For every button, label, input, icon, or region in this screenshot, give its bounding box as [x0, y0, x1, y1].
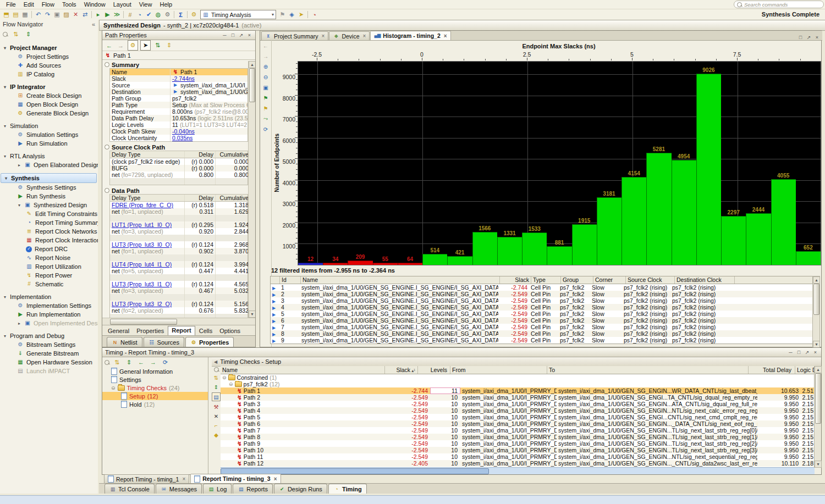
- timing-path-row[interactable]: ↯Path 6-2.54910system_i/axi_dma_1/U0/I_P…: [221, 420, 815, 427]
- search-icon[interactable]: [214, 367, 219, 372]
- minimize-icon[interactable]: ─: [222, 32, 228, 38]
- delay-row[interactable]: net (fo=1, unplaced)0.3111.629: [110, 208, 248, 215]
- scroll-down-icon[interactable]: ▼: [815, 461, 822, 468]
- filtered-row[interactable]: ▶1system_i/axi_dma_1/U0/GEN_SG_ENGINE.I_…: [271, 284, 815, 291]
- timing-path-row[interactable]: ↯Path 7-2.54910system_i/axi_dma_1/U0/I_P…: [221, 427, 815, 434]
- pointer-icon[interactable]: ➤: [296, 10, 306, 19]
- group-row-ps7-fclk2[interactable]: ⊖ps7_fclk2 (12): [221, 381, 815, 387]
- delay-row[interactable]: [110, 215, 248, 221]
- property-row[interactable]: Name↯Path 1: [110, 69, 248, 75]
- flow-section-project-manager[interactable]: ▾Project Manager: [0, 43, 98, 52]
- histogram-bar[interactable]: [398, 263, 422, 265]
- expand-all-icon[interactable]: ⇅: [153, 41, 162, 50]
- histogram-bar[interactable]: [323, 263, 348, 265]
- histogram-bar[interactable]: [472, 232, 497, 265]
- collapse-panel-icon[interactable]: «: [92, 21, 95, 27]
- diamond-icon[interactable]: ◆: [212, 431, 220, 439]
- cell-link[interactable]: LUT4 (Prop_lut4_I1_O): [112, 261, 172, 268]
- run-to-icon[interactable]: ≫: [112, 10, 122, 19]
- flow-section-synthesis[interactable]: ▾Synthesis: [1, 173, 97, 183]
- console-tab-tcl-console[interactable]: ▥Tcl Console: [105, 484, 155, 494]
- col-slack[interactable]: Slack: [500, 276, 531, 284]
- flow-section-simulation[interactable]: ▾Simulation: [0, 121, 98, 130]
- flow-item-report-timing-summary[interactable]: ◔Report Timing Summary: [0, 218, 98, 227]
- property-row[interactable]: Clock Path Skew-0.040ns: [110, 128, 248, 135]
- col-levels[interactable]: Levels: [418, 366, 450, 374]
- histogram-bar[interactable]: [447, 256, 472, 265]
- tab-close-icon[interactable]: ×: [362, 33, 366, 39]
- col-slack[interactable]: Slack ▴¹: [385, 366, 418, 374]
- col-group[interactable]: Group: [561, 276, 593, 284]
- flow-item-report-utilization[interactable]: ▥Report Utilization: [0, 262, 98, 271]
- col-logic-delay[interactable]: Logic Delay: [795, 366, 815, 374]
- collapse-left-icon[interactable]: ◀: [214, 359, 217, 364]
- group-paths-icon[interactable]: ▤: [212, 392, 221, 401]
- tab-cells[interactable]: Cells: [196, 327, 216, 335]
- menu-help[interactable]: Help: [156, 0, 176, 9]
- delay-row[interactable]: net (fo=3, unplaced)0.4675.032: [110, 287, 248, 294]
- flow-item-open-block-design[interactable]: ▦Open Block Design: [0, 100, 98, 109]
- timing-path-row[interactable]: ↯Path 1-2.74411system_i/axi_dma_1/U0/I_P…: [221, 387, 815, 394]
- flow-item-run-implementation[interactable]: ▶Run Implementation: [0, 310, 98, 319]
- delete-icon[interactable]: ✕: [71, 10, 80, 19]
- section-expander-icon[interactable]: ▾: [3, 295, 7, 300]
- delay-row[interactable]: [110, 235, 248, 241]
- flow-item-report-clock-networks[interactable]: ≣Report Clock Networks: [0, 227, 98, 236]
- schematic-icon[interactable]: #: [125, 10, 135, 19]
- timing-path-row[interactable]: ↯Path 8-2.54910system_i/axi_dma_1/U0/I_P…: [221, 434, 815, 440]
- col-destination-clock[interactable]: Destination Clock: [675, 276, 735, 284]
- maximize-icon[interactable]: □: [798, 35, 804, 40]
- menu-file[interactable]: File: [2, 0, 20, 9]
- close-icon[interactable]: ×: [812, 350, 818, 355]
- back-arrow-icon[interactable]: ←: [262, 42, 270, 49]
- flow-item-report-noise[interactable]: ∿Report Noise: [0, 253, 98, 262]
- menu-edit[interactable]: Edit: [20, 0, 38, 9]
- property-row[interactable]: Destination▶system_i/axi_dma_1/U0/GEN_SG…: [110, 88, 248, 95]
- menu-tools[interactable]: Tools: [58, 0, 80, 9]
- flow-item-launch-impact[interactable]: ▤Launch iMPACT: [0, 367, 98, 375]
- tools-icon[interactable]: ⚙: [163, 10, 172, 19]
- histogram-bar[interactable]: [373, 263, 398, 265]
- col-total-delay[interactable]: Total Delay: [749, 366, 795, 374]
- section-expander-icon[interactable]: ▾: [4, 176, 8, 181]
- tab-project-summary[interactable]: ΣProject Summary×: [261, 31, 328, 40]
- item-expander-icon[interactable]: ▸: [17, 321, 21, 326]
- col-type[interactable]: Type: [531, 276, 561, 284]
- flow-item-create-block-design[interactable]: ⊞Create Block Design: [0, 91, 98, 100]
- col-id[interactable]: Id: [280, 276, 301, 284]
- back-arrow-icon[interactable]: ←: [136, 358, 146, 367]
- col-from[interactable]: From: [450, 366, 547, 374]
- open-project-icon[interactable]: ▤: [11, 10, 20, 19]
- timing-path-row[interactable]: ↯Path 5-2.54910system_i/axi_dma_1/U0/I_P…: [221, 414, 815, 420]
- histogram-bar[interactable]: [771, 179, 796, 265]
- delay-row[interactable]: [110, 314, 248, 318]
- expand-all-icon[interactable]: ⇅: [212, 374, 220, 381]
- tree-item-settings[interactable]: Settings: [102, 375, 208, 384]
- forward-arrow-icon[interactable]: →: [262, 52, 270, 60]
- console-tab-messages[interactable]: ✉Messages: [156, 484, 202, 494]
- flow-item-synthesis-settings[interactable]: ⚙Synthesis Settings: [0, 183, 98, 192]
- vertical-scrollbar[interactable]: ▲ ▼: [812, 276, 820, 348]
- undo-icon[interactable]: ↶: [34, 10, 43, 19]
- delete-icon[interactable]: ✕: [212, 412, 220, 420]
- menu-window[interactable]: Window: [80, 0, 109, 9]
- zoom-fit-icon[interactable]: ▣: [262, 84, 270, 91]
- property-row[interactable]: Requirement8.000ns(ps7_fclk2 rise@8.000n…: [110, 108, 248, 115]
- gear-icon[interactable]: ⚙: [189, 10, 199, 19]
- expand-all-icon[interactable]: ⇅: [11, 30, 20, 39]
- filtered-row[interactable]: ▶6system_i/axi_dma_1/U0/GEN_SG_ENGINE.I_…: [271, 317, 815, 324]
- redo-icon[interactable]: ↷: [43, 10, 52, 19]
- flow-item-open-implemented-design[interactable]: ▸▣Open Implemented Design: [0, 319, 98, 328]
- cell-link[interactable]: LUT3 (Prop_lut3_I2_O): [112, 301, 172, 307]
- property-row[interactable]: Clock Uncertainty0.035ns: [110, 135, 248, 141]
- filtered-row[interactable]: ▶3system_i/axi_dma_1/U0/GEN_SG_ENGINE.I_…: [271, 297, 815, 304]
- timing-path-row[interactable]: ↯Path 10-2.54910system_i/axi_dma_1/U0/I_…: [221, 447, 815, 453]
- cell-link[interactable]: FDRE (Prop_fdre_C_O): [112, 202, 173, 208]
- flow-item-open-elaborated-design[interactable]: ▸▣Open Elaborated Design: [0, 160, 98, 169]
- forward-arrow-icon[interactable]: →: [148, 358, 158, 367]
- flag-end-icon[interactable]: ⚑: [262, 104, 270, 112]
- float-icon[interactable]: ↗: [238, 32, 244, 38]
- timing-path-row[interactable]: ↯Path 4-2.54910system_i/axi_dma_1/U0/I_P…: [221, 407, 815, 414]
- flow-item-generate-block-design[interactable]: ⚙Generate Block Design: [0, 109, 98, 118]
- flow-item-open-hardware-session[interactable]: ▦Open Hardware Session: [0, 358, 98, 367]
